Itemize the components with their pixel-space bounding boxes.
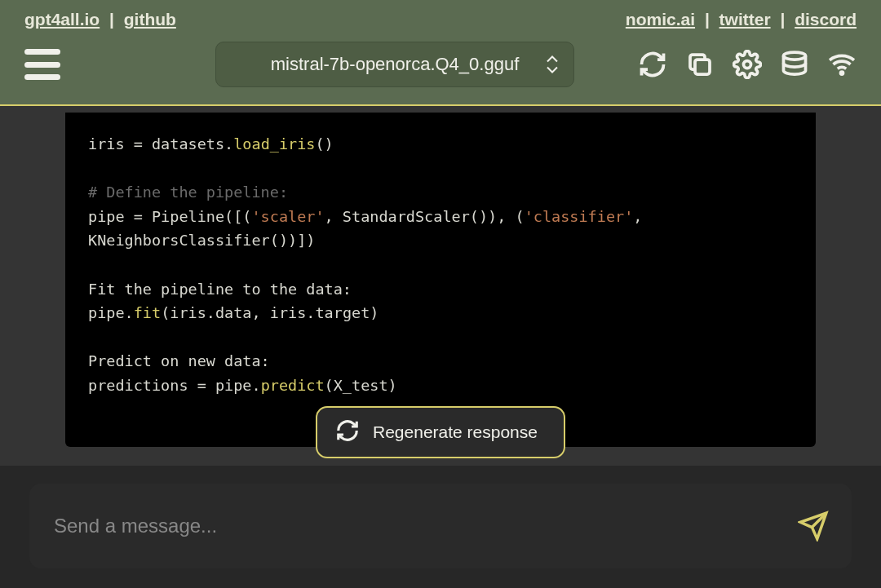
link-nomic[interactable]: nomic.ai [626, 10, 695, 29]
refresh-icon[interactable] [638, 50, 667, 79]
svg-point-1 [744, 61, 751, 69]
wifi-icon[interactable] [827, 50, 857, 79]
refresh-icon [335, 418, 360, 447]
message-input-container [29, 484, 852, 568]
svg-rect-0 [695, 60, 710, 74]
model-selector-dropdown[interactable]: mistral-7b-openorca.Q4_0.gguf [215, 42, 574, 87]
svg-point-3 [841, 72, 843, 74]
link-gpt4all[interactable]: gpt4all.io [24, 10, 100, 29]
message-input[interactable] [52, 514, 798, 538]
code-block: iris = datasets.load_iris() # Define the… [65, 113, 816, 447]
copy-icon[interactable] [685, 50, 715, 79]
link-twitter[interactable]: twitter [719, 10, 771, 29]
chevron-updown-icon [546, 55, 559, 74]
app-header: gpt4all.io | github nomic.ai | twitter |… [0, 0, 881, 106]
link-github[interactable]: github [124, 10, 176, 29]
input-footer [0, 466, 881, 588]
top-links-right: nomic.ai | twitter | discord [626, 10, 857, 29]
model-selector-label: mistral-7b-openorca.Q4_0.gguf [271, 54, 520, 75]
link-discord[interactable]: discord [795, 10, 857, 29]
toolbar: mistral-7b-openorca.Q4_0.gguf [0, 29, 881, 104]
top-links-bar: gpt4all.io | github nomic.ai | twitter |… [0, 0, 881, 29]
send-button[interactable] [798, 511, 829, 542]
database-icon[interactable] [780, 50, 809, 79]
regenerate-label: Regenerate response [373, 422, 538, 442]
hamburger-menu-button[interactable] [24, 49, 60, 80]
toolbar-icons [638, 50, 857, 79]
gear-icon[interactable] [733, 50, 762, 79]
top-links-left: gpt4all.io | github [24, 10, 176, 29]
svg-point-2 [784, 52, 806, 60]
regenerate-response-button[interactable]: Regenerate response [316, 406, 565, 458]
